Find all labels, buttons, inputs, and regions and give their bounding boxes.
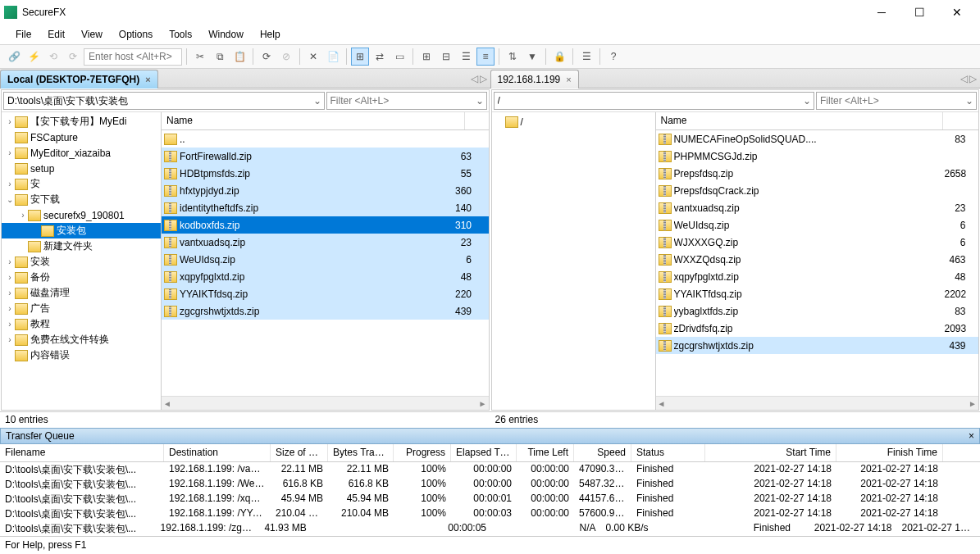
file-row[interactable]: kodboxfds.zip310 [162, 216, 489, 234]
tree-arrow-icon[interactable]: › [5, 148, 15, 157]
menu-options[interactable]: Options [112, 27, 160, 42]
transfer-queue-header[interactable]: Transfer Queue × [0, 428, 980, 444]
paste-icon[interactable]: 📋 [230, 48, 248, 66]
help-icon[interactable]: ? [604, 48, 622, 66]
file-row[interactable]: YYAIKTfdsq.zip2202 [656, 285, 979, 302]
queue-columns[interactable]: FilenameDestinationSize of FileBytes Tra… [0, 444, 980, 462]
local-path-input[interactable] [4, 93, 311, 109]
copy-icon[interactable]: ⧉ [211, 48, 229, 66]
file-row[interactable]: WXXZQdsq.zip463 [656, 251, 979, 268]
lock-icon[interactable]: 🔒 [550, 48, 568, 66]
local-file-list[interactable]: ..FortFirewalld.zip63HDBtpmsfds.zip55hfx… [162, 130, 489, 396]
list-icon[interactable]: ☰ [457, 48, 475, 66]
tree-arrow-icon[interactable]: › [5, 257, 15, 266]
remote-filter-combo[interactable]: ⌄ [816, 92, 977, 110]
tree-item[interactable]: / [492, 114, 655, 129]
file-row[interactable]: zDrivdfsfq.zip2093 [656, 320, 979, 337]
refresh-icon[interactable]: ⟳ [258, 48, 276, 66]
tree-item[interactable]: ›备份 [2, 270, 161, 285]
file-row[interactable]: identitytheftdfs.zip140 [162, 199, 489, 216]
file-row[interactable]: xqpyfpglxtd.zip48 [656, 268, 979, 285]
file-row[interactable]: zgcgrshwtjxtds.zip439 [162, 302, 489, 320]
details-icon[interactable]: ≡ [476, 48, 495, 66]
tree-item[interactable]: ⌄安下载 [2, 192, 161, 207]
tree-item[interactable]: 内容错误 [2, 347, 161, 363]
file-row[interactable]: YYAIKTfdsq.zip220 [162, 285, 489, 302]
stop-icon[interactable]: ⊘ [277, 48, 295, 66]
large-icons-icon[interactable]: ⊞ [417, 48, 435, 66]
menu-window[interactable]: Window [201, 27, 251, 42]
delete-icon[interactable]: ✕ [304, 48, 322, 66]
tree-arrow-icon[interactable]: › [5, 335, 15, 344]
reconnect-icon[interactable]: ⟲ [44, 48, 62, 66]
tree-item[interactable]: ›securefx9_190801 [2, 207, 161, 223]
file-row[interactable]: vantxuadsq.zip23 [162, 234, 489, 251]
file-row[interactable]: xqpyfpglxtd.zip48 [162, 268, 489, 285]
tree-item[interactable]: ›【安下载专用】MyEdi [2, 114, 161, 129]
local-filter-combo[interactable]: ⌄ [326, 92, 487, 110]
queue-col[interactable]: Elapsed Time [451, 444, 517, 461]
dropdown-icon[interactable]: ⌄ [473, 95, 486, 107]
file-row[interactable]: Prepsfdsq.zip2658 [656, 165, 979, 182]
disconnect-icon[interactable]: ⟳ [64, 48, 82, 66]
menu-tools[interactable]: Tools [162, 27, 199, 42]
tree-arrow-icon[interactable]: › [5, 320, 15, 329]
connect-icon[interactable]: 🔗 [5, 48, 23, 66]
local-path-combo[interactable]: ⌄ [3, 92, 325, 110]
upload-icon[interactable]: ⇅ [504, 48, 522, 66]
tab-prev-icon[interactable]: ◁ [471, 73, 478, 84]
col-name[interactable]: Name [656, 112, 943, 129]
tree-arrow-icon[interactable]: › [5, 273, 15, 282]
tab-local[interactable]: Local (DESKTOP-7ETGFQH) × [0, 70, 158, 89]
tree-item[interactable]: ›磁盘清理 [2, 285, 161, 301]
cut-icon[interactable]: ✂ [191, 48, 209, 66]
maximize-button[interactable]: ☐ [900, 0, 938, 25]
remote-path-combo[interactable]: ⌄ [494, 92, 815, 110]
tab-prev-icon[interactable]: ◁ [960, 73, 968, 84]
host-input[interactable] [84, 48, 182, 66]
local-list-header[interactable]: Name [162, 112, 489, 130]
remote-list-header[interactable]: Name [656, 112, 979, 130]
tab-remote-close[interactable]: × [564, 75, 572, 84]
queue-row[interactable]: D:\tools\桌面\安下载\安装包\...192.168.1.199: /x… [0, 492, 980, 506]
dropdown-icon[interactable]: ⌄ [800, 95, 814, 107]
file-row[interactable]: hfxtypjdyd.zip360 [162, 182, 489, 199]
tree-arrow-icon[interactable]: › [5, 179, 15, 188]
tab-local-close[interactable]: × [144, 75, 152, 84]
file-row[interactable]: WJXXXGQ.zip6 [656, 234, 979, 251]
tree-item[interactable]: ›教程 [2, 316, 161, 332]
tab-next-icon[interactable]: ▷ [480, 73, 487, 84]
dropdown-icon[interactable]: ⌄ [963, 95, 976, 107]
scrollbar-h[interactable]: ◄► [656, 396, 979, 410]
file-row[interactable]: NUMECAFineOpSolidSQUAD....83 [656, 130, 979, 148]
file-row[interactable]: zgcgrshwtjxtds.zip439 [656, 337, 979, 354]
file-row[interactable]: yybaglxtfds.zip83 [656, 302, 979, 320]
tree-item[interactable]: 安装包 [2, 223, 161, 238]
scrollbar-h[interactable]: ◄► [162, 396, 489, 410]
tree-view-icon[interactable]: ⊞ [351, 48, 369, 66]
tree-item[interactable]: FSCapture [2, 129, 161, 145]
menu-view[interactable]: View [74, 27, 110, 42]
tab-next-icon[interactable]: ▷ [969, 73, 977, 84]
queue-col[interactable]: Speed [574, 444, 631, 461]
file-row[interactable]: .. [162, 130, 489, 148]
tree-arrow-icon[interactable]: ⌄ [5, 195, 15, 204]
tree-item[interactable]: ›MyEditor_xiazaiba [2, 145, 161, 161]
dropdown-icon[interactable]: ⌄ [311, 95, 324, 107]
col-name[interactable]: Name [162, 112, 465, 129]
small-icons-icon[interactable]: ⊟ [437, 48, 455, 66]
queue-row[interactable]: D:\tools\桌面\安下载\安装包\...192.168.1.199: /z… [0, 521, 980, 536]
local-tree[interactable]: ›【安下载专用】MyEdiFSCapture›MyEditor_xiazaiba… [2, 112, 162, 410]
remote-filter-input[interactable] [817, 93, 963, 109]
remote-path-input[interactable] [495, 93, 801, 109]
queue-row[interactable]: D:\tools\桌面\安下载\安装包\...192.168.1.199: /v… [0, 462, 980, 477]
file-row[interactable]: WeUIdsq.zip6 [656, 216, 979, 234]
file-row[interactable]: PHPMMCSGJd.zip [656, 148, 979, 165]
tree-item[interactable]: ›广告 [2, 301, 161, 316]
queue-col[interactable]: Size of File [271, 444, 328, 461]
options-icon[interactable]: ☰ [577, 48, 595, 66]
queue-col[interactable]: Start Time [705, 444, 836, 461]
menu-file[interactable]: File [8, 27, 39, 42]
queue-col[interactable]: Progress [394, 444, 451, 461]
tree-arrow-icon[interactable]: › [5, 304, 15, 313]
